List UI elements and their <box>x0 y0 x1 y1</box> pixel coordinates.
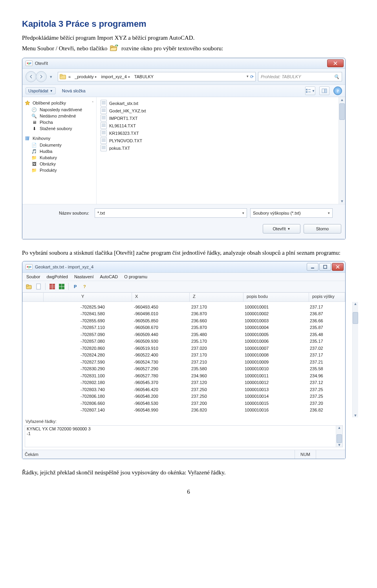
toolbar-point-button[interactable]: P <box>71 283 80 290</box>
file-item[interactable]: PLYNOVOD.TXT <box>100 137 342 144</box>
new-folder-button[interactable]: Nová složka <box>60 88 88 94</box>
rejected-scrollbar[interactable]: ▲ ▼ <box>336 426 342 447</box>
sidebar-item[interactable]: 📁Kubatury <box>24 154 95 161</box>
toolbar-new-button[interactable] <box>34 283 43 290</box>
sidebar-item[interactable]: 🖥Plocha <box>24 119 95 125</box>
filename-dropdown-icon[interactable]: ▾ <box>242 211 244 215</box>
scrollbar-thumb[interactable] <box>339 103 345 120</box>
data-row[interactable]: -702857.110-960508.670235.87010000100042… <box>22 324 352 331</box>
toolbar-help-button[interactable]: ? <box>81 283 89 290</box>
preview-pane-button[interactable] <box>319 86 329 95</box>
file-name: pokus.TXT <box>109 146 130 151</box>
grid-green-icon <box>59 284 64 289</box>
open-button[interactable]: Otevřít▼ <box>263 224 300 233</box>
file-type-filter[interactable]: Soubory výškopisu (*.txt) ▾ <box>250 208 333 218</box>
data-row[interactable]: -702824.280-960522.400237.17010000100082… <box>22 352 352 359</box>
window-maximize-button[interactable] <box>319 263 331 271</box>
data-row[interactable]: -702807.140-960548.990236.82010000100162… <box>22 407 352 414</box>
crumb-2[interactable]: TABULKY <box>133 74 155 79</box>
column-header[interactable]: popis bodu <box>243 293 309 301</box>
file-name: KL96114.TXT <box>109 123 136 128</box>
nav-back-button[interactable] <box>26 71 37 82</box>
menu-item[interactable]: Soubor <box>26 274 40 279</box>
sidebar-item[interactable]: 🔍Nedávno změněné <box>24 113 95 119</box>
data-row[interactable]: -702841.580-960498.010236.87010000100022… <box>22 311 352 318</box>
menu-item[interactable]: O programu <box>124 274 147 279</box>
cell-y: -702830.290 <box>77 366 131 371</box>
toolbar-grid-red-button[interactable] <box>48 283 57 290</box>
menu-item[interactable]: dwgPohled <box>46 274 68 279</box>
file-item[interactable]: IMPORT1.TXT <box>100 114 342 122</box>
cell-y: -702857.110 <box>77 325 131 330</box>
cancel-button[interactable]: Storno <box>304 224 341 233</box>
sidebar-libraries-heading[interactable]: Knihovny <box>24 135 95 142</box>
toolbar-grid-green-button[interactable] <box>57 283 66 290</box>
column-header[interactable]: Y <box>78 293 132 301</box>
dialog-close-button[interactable] <box>327 59 344 67</box>
libraries-icon <box>25 136 30 141</box>
refresh-button[interactable]: ⟳ <box>250 74 254 79</box>
data-row[interactable]: -702827.590-960524.730237.21010000100092… <box>22 358 352 366</box>
toolbar-open-button[interactable] <box>25 283 33 290</box>
cell-z: 237.020 <box>188 346 242 351</box>
data-row[interactable]: -702820.860-960519.910237.02010000100072… <box>22 345 352 352</box>
nav-forward-button[interactable] <box>36 71 47 82</box>
data-row[interactable]: -702803.740-960546.420237.25010000100132… <box>22 386 352 393</box>
scroll-down-icon[interactable]: ▼ <box>338 443 341 447</box>
data-row[interactable]: -702830.290-960527.290235.58010000100102… <box>22 366 352 373</box>
filename-input[interactable]: *.txt ▾ <box>95 208 247 218</box>
column-header[interactable]: popis výšky <box>309 293 345 301</box>
data-row[interactable]: -702857.080-960509.930235.17010000100062… <box>22 338 352 345</box>
data-scrollbar[interactable]: ▲ ▼ <box>352 302 358 417</box>
file-item[interactable]: KR196323.TXT <box>100 129 342 137</box>
crumb-dropdown[interactable]: ▾ <box>247 74 249 79</box>
cell-z: 236.870 <box>188 311 242 316</box>
crumb-1[interactable]: import_xyz_4▸ <box>99 74 132 79</box>
crumb-0[interactable]: _produkty▸ <box>73 74 99 79</box>
nav-history-dropdown[interactable]: ▾ <box>50 74 55 79</box>
scroll-up-icon[interactable]: ▲ <box>354 302 357 306</box>
menu-item[interactable]: AutoCAD <box>100 274 118 279</box>
column-header[interactable]: X <box>132 293 190 301</box>
filename-label: Název souboru: <box>26 211 92 215</box>
scroll-down-icon[interactable]: ▼ <box>354 413 357 417</box>
data-row[interactable]: -702857.090-960509.440235.48010000100052… <box>22 331 352 338</box>
scrollbar-thumb[interactable] <box>337 434 342 443</box>
data-row[interactable]: -702825.940-960493.450237.17010000100012… <box>22 303 352 311</box>
view-mode-button[interactable]: ▼ <box>305 86 315 95</box>
data-row[interactable]: -702806.660-960548.530237.20010000100152… <box>22 400 352 407</box>
data-row[interactable]: -702855.690-960505.850236.66010000100032… <box>22 317 352 324</box>
sidebar-item[interactable]: ⬇Stažené soubory <box>24 125 95 132</box>
scrollbar-thumb[interactable] <box>353 312 358 324</box>
breadcrumb-bar[interactable]: « _produkty▸ import_xyz_4▸ TABULKY ▾ ⟳ <box>58 72 256 81</box>
sidebar-item[interactable]: 📁Produkty <box>24 167 95 173</box>
sidebar-item[interactable]: 🎵Hudba <box>24 148 95 154</box>
scroll-down-icon[interactable]: ▼ <box>340 198 345 204</box>
sidebar-item[interactable]: 📄Dokumenty <box>24 142 95 148</box>
sidebar-item[interactable]: 🕘Naposledy navštívené <box>24 107 95 113</box>
window-close-button[interactable] <box>332 263 344 271</box>
file-name: PLYNOVOD.TXT <box>109 138 142 143</box>
file-list[interactable]: Geokart_stx.txtGodet_HK_YXZ.txtIMPORT1.T… <box>97 97 345 204</box>
file-item[interactable]: Godet_HK_YXZ.txt <box>100 107 342 114</box>
data-row[interactable]: -702831.100-960527.780234.96010000100112… <box>22 372 352 379</box>
scroll-up-icon[interactable]: ▲ <box>340 97 345 103</box>
rejected-rows-box[interactable]: KYNCL YX CM 702000 960000 3 -1 ▲ ▼ <box>25 425 343 447</box>
file-item[interactable]: KL96114.TXT <box>100 122 342 129</box>
file-list-scrollbar[interactable]: ▲ ▼ <box>339 97 345 204</box>
organize-button[interactable]: Uspořádat▼ <box>26 87 56 94</box>
menu-item[interactable]: Nastavení <box>74 274 94 279</box>
file-item[interactable]: pokus.TXT <box>100 144 342 152</box>
data-row[interactable]: -702802.180-960545.370237.12010000100122… <box>22 379 352 386</box>
sidebar-favorites-heading[interactable]: Oblíbené položky ˄ <box>24 99 95 107</box>
file-item[interactable]: Geokart_stx.txt <box>100 99 342 107</box>
filter-dropdown-icon[interactable]: ▾ <box>328 211 330 215</box>
collapse-icon[interactable]: ˄ <box>92 101 94 105</box>
sidebar-item[interactable]: 🖼Obrázky <box>24 161 95 167</box>
search-input[interactable]: Prohledat: TABULKY 🔍 <box>258 72 342 81</box>
window-minimize-button[interactable] <box>307 263 318 271</box>
help-button[interactable]: ? <box>333 86 342 95</box>
column-header[interactable]: Z <box>190 293 243 301</box>
scroll-up-icon[interactable]: ▲ <box>338 426 341 430</box>
data-row[interactable]: -702806.180-960548.200237.25010000100142… <box>22 393 352 400</box>
